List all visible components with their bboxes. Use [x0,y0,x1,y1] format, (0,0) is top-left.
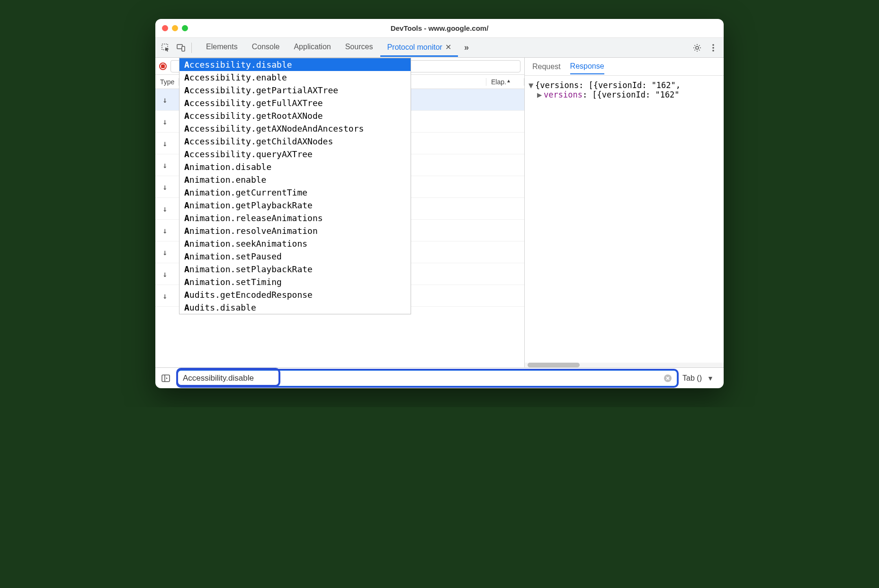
direction-arrow-icon: ↓ [155,226,174,235]
autocomplete-item[interactable]: Accessibility.getRootAXNode [179,109,411,122]
more-tabs-icon[interactable]: » [460,41,473,54]
direction-arrow-icon: ↓ [155,269,174,279]
autocomplete-item[interactable]: Accessibility.getFullAXTree [179,97,411,109]
details-tabs: Request Response [525,58,724,76]
autocomplete-item[interactable]: Accessibility.getPartialAXTree [179,84,411,97]
close-window-button[interactable] [162,25,168,31]
tab-response[interactable]: Response [570,59,604,74]
command-bar: Accessibility.disable Tab () ▼ [155,367,724,388]
inspect-element-icon[interactable] [159,41,172,54]
tab-console[interactable]: Console [245,39,287,57]
autocomplete-item[interactable]: Animation.getCurrentTime [179,186,411,199]
autocomplete-item[interactable]: Accessibility.disable [179,58,411,71]
minimize-window-button[interactable] [172,25,178,31]
direction-arrow-icon: ↓ [155,291,174,301]
tab-sources[interactable]: Sources [339,39,380,57]
tab-hint: Tab () [682,374,702,383]
command-value: Accessibility.disable [183,374,664,383]
toggle-drawer-icon[interactable] [159,372,172,385]
autocomplete-item[interactable]: Animation.resolveAnimation [179,224,411,237]
autocomplete-item[interactable]: Animation.releaseAnimations [179,212,411,224]
kebab-menu-icon[interactable] [707,41,720,54]
autocomplete-item[interactable]: Animation.setTiming [179,276,411,288]
autocomplete-item[interactable]: Animation.setPaused [179,250,411,263]
direction-arrow-icon: ↓ [155,95,174,105]
svg-point-3 [696,46,699,49]
autocomplete-item[interactable]: Accessibility.getAXNodeAndAncestors [179,122,411,135]
autocomplete-item[interactable]: Audits.getEncodedResponse [179,288,411,301]
svg-point-6 [712,50,714,52]
chevron-down-icon[interactable]: ▼ [704,372,717,385]
divider [191,43,192,53]
svg-point-5 [712,47,714,49]
horizontal-scrollbar[interactable] [525,363,724,367]
window-titlebar: DevTools - www.google.com/ [155,19,724,38]
direction-arrow-icon: ↓ [155,117,174,126]
clear-icon[interactable] [664,374,672,383]
autocomplete-item[interactable]: Audits.disable [179,301,411,314]
col-type[interactable]: Type [155,78,179,86]
tab-protocol-monitor[interactable]: Protocol monitor✕ [380,39,458,57]
devtools-tabbar: ElementsConsoleApplicationSourcesProtoco… [155,38,724,58]
tab-elements[interactable]: Elements [199,39,244,57]
protocol-monitor-panel: Type se Elap.▲ ↓ions":[…↓estId":…↓estId"… [155,58,525,367]
svg-point-4 [712,44,714,46]
window-controls [162,25,188,31]
command-autocomplete[interactable]: Accessibility.disableAccessibility.enabl… [179,58,411,314]
autocomplete-item[interactable]: Animation.disable [179,160,411,173]
svg-rect-7 [162,375,170,382]
direction-arrow-icon: ↓ [155,204,174,214]
expand-caret[interactable]: ▶ [537,90,544,99]
direction-arrow-icon: ↓ [155,160,174,170]
col-elapsed[interactable]: Elap.▲ [486,78,524,86]
direction-arrow-icon: ↓ [155,182,174,192]
autocomplete-item[interactable]: Accessibility.queryAXTree [179,148,411,160]
autocomplete-item[interactable]: Accessibility.enable [179,71,411,84]
autocomplete-item[interactable]: Animation.getPlaybackRate [179,199,411,212]
tab-request[interactable]: Request [532,60,561,74]
record-button[interactable] [159,62,167,70]
autocomplete-item[interactable]: Animation.setPlaybackRate [179,263,411,276]
tab-application[interactable]: Application [287,39,337,57]
settings-icon[interactable] [691,41,704,54]
window-title: DevTools - www.google.com/ [155,24,724,32]
autocomplete-item[interactable]: Animation.seekAnimations [179,237,411,250]
expand-caret[interactable]: ▼ [529,80,535,90]
command-input[interactable]: Accessibility.disable [177,370,678,387]
details-panel: Request Response ▼{versions: [{versionId… [525,58,724,367]
autocomplete-item[interactable]: Animation.enable [179,173,411,186]
device-toolbar-icon[interactable] [174,41,188,54]
direction-arrow-icon: ↓ [155,139,174,148]
response-body: ▼{versions: [{versionId: "162", ▶version… [525,76,724,363]
autocomplete-item[interactable]: Accessibility.getChildAXNodes [179,135,411,148]
svg-rect-2 [182,46,185,51]
close-tab-icon[interactable]: ✕ [445,43,451,51]
maximize-window-button[interactable] [182,25,188,31]
direction-arrow-icon: ↓ [155,248,174,257]
devtools-window: DevTools - www.google.com/ ElementsConso… [155,19,724,388]
